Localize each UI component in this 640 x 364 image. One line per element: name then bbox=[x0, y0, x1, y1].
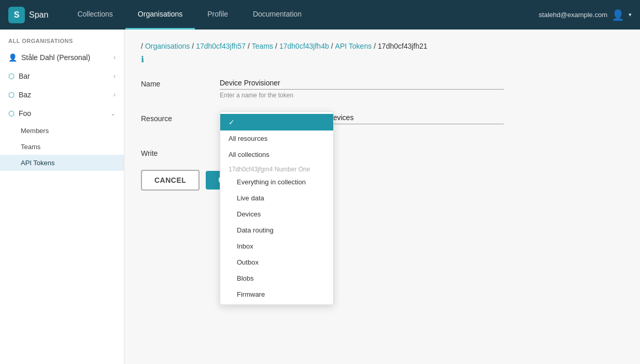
dropdown-all-collections-label: All collections bbox=[229, 151, 269, 158]
breadcrumb-teams[interactable]: Teams bbox=[252, 42, 273, 50]
breadcrumb-org-id[interactable]: 17dh0cf43jfh57 bbox=[196, 42, 246, 50]
dropdown-item-blobs[interactable]: Blobs bbox=[220, 270, 333, 286]
dropdown-item-outbox[interactable]: Outbox bbox=[220, 254, 333, 270]
org-baz-icon: ⬡ bbox=[8, 91, 15, 99]
logo-area[interactable]: S Span bbox=[8, 7, 48, 23]
info-icon[interactable]: ℹ bbox=[141, 54, 623, 64]
dropdown-inbox-label: Inbox bbox=[237, 242, 253, 250]
name-row: Name Enter a name for the token bbox=[141, 77, 504, 99]
resource-field: Enter path for resource ✓ All resources … bbox=[220, 111, 504, 134]
dropdown-item-devices[interactable]: Devices bbox=[220, 206, 333, 222]
chevron-right-icon-baz: › bbox=[113, 91, 116, 98]
breadcrumb-sep-3: / bbox=[275, 42, 277, 50]
sidebar-org-personal[interactable]: 👤 Ståle Dahl (Personal) › bbox=[0, 48, 124, 67]
resource-label: Resource bbox=[141, 111, 203, 123]
nav-collections[interactable]: Collections bbox=[65, 0, 125, 30]
nav-links: Collections Organisations Profile Docume… bbox=[65, 0, 538, 30]
dropdown-group-label-text: 17dh0cf43jfgm4 Number One bbox=[229, 166, 310, 173]
name-hint: Enter a name for the token bbox=[220, 92, 504, 99]
write-label: Write bbox=[141, 146, 203, 157]
user-email: stalehd@example.com bbox=[539, 11, 607, 19]
resource-row: Resource Enter path for resource ✓ All r… bbox=[141, 111, 504, 134]
breadcrumb-sep-4: / bbox=[331, 42, 333, 50]
name-label: Name bbox=[141, 77, 203, 88]
sidebar-item-members[interactable]: Members bbox=[0, 123, 124, 139]
sidebar-section-title: All Organisations bbox=[0, 30, 124, 48]
dropdown-devices-label: Devices bbox=[237, 210, 261, 218]
breadcrumb: / Organisations / 17dh0cf43jfh57 / Teams… bbox=[141, 42, 623, 50]
dropdown-item-live-data[interactable]: Live data bbox=[220, 190, 333, 206]
breadcrumb-team-id[interactable]: 17dh0cf43jfh4b bbox=[279, 42, 329, 50]
dropdown-item-everything-in-collection[interactable]: Everything in collection bbox=[220, 174, 333, 190]
dropdown-firmware-label: Firmware bbox=[237, 290, 265, 298]
dropdown-item-all-collections[interactable]: All collections bbox=[220, 147, 333, 163]
chevron-down-icon-foo: ⌄ bbox=[110, 110, 116, 117]
dropdown-live-data-label: Live data bbox=[237, 194, 264, 202]
sidebar-org-baz[interactable]: ⬡ Baz › bbox=[0, 85, 124, 104]
sidebar-org-baz-label: Baz bbox=[19, 91, 31, 99]
dropdown-item-data-routing[interactable]: Data routing bbox=[220, 222, 333, 238]
breadcrumb-sep-1: / bbox=[192, 42, 194, 50]
app-logo-icon: S bbox=[8, 7, 25, 23]
breadcrumb-token-id: 17dh0cf43jfh21 bbox=[378, 42, 428, 50]
nav-documentation[interactable]: Documentation bbox=[240, 0, 314, 30]
dropdown-item-blank[interactable]: ✓ bbox=[220, 114, 333, 130]
name-input[interactable] bbox=[220, 77, 504, 90]
dropdown-everything-label: Everything in collection bbox=[237, 178, 306, 186]
sidebar-org-foo[interactable]: ⬡ Foo ⌄ bbox=[0, 104, 124, 123]
chevron-right-icon-bar: › bbox=[113, 72, 116, 80]
chevron-right-icon: › bbox=[113, 54, 116, 61]
app-name: Span bbox=[29, 10, 48, 20]
name-field: Enter a name for the token bbox=[220, 77, 504, 99]
nav-profile[interactable]: Profile bbox=[195, 0, 240, 30]
check-icon: ✓ bbox=[229, 118, 235, 126]
breadcrumb-sep-0: / bbox=[141, 42, 143, 50]
sidebar: All Organisations 👤 Ståle Dahl (Personal… bbox=[0, 30, 124, 364]
main-content: / Organisations / 17dh0cf43jfh57 / Teams… bbox=[124, 30, 640, 364]
breadcrumb-sep-5: / bbox=[374, 42, 376, 50]
dropdown-item-inbox[interactable]: Inbox bbox=[220, 238, 333, 254]
sidebar-org-bar-label: Bar bbox=[19, 72, 30, 80]
main-layout: All Organisations 👤 Ståle Dahl (Personal… bbox=[0, 30, 640, 364]
nav-organisations[interactable]: Organisations bbox=[125, 0, 195, 30]
form-area: Name Enter a name for the token Resource… bbox=[141, 77, 504, 191]
sidebar-org-foo-label: Foo bbox=[19, 109, 31, 118]
sidebar-item-api-tokens[interactable]: API Tokens bbox=[0, 155, 124, 171]
person-icon: 👤 bbox=[8, 53, 17, 62]
sidebar-item-teams[interactable]: Teams bbox=[0, 139, 124, 155]
dropdown-item-all-resources[interactable]: All resources bbox=[220, 130, 333, 147]
breadcrumb-api-tokens[interactable]: API Tokens bbox=[335, 42, 372, 50]
user-area: stalehd@example.com 👤 ▾ bbox=[539, 9, 632, 21]
resource-dropdown: ✓ All resources All collections 17dh0cf4… bbox=[220, 111, 334, 305]
dropdown-item-firmware[interactable]: Firmware bbox=[220, 286, 333, 302]
breadcrumb-sep-2: / bbox=[248, 42, 250, 50]
dropdown-outbox-label: Outbox bbox=[237, 258, 259, 266]
org-foo-icon: ⬡ bbox=[8, 109, 15, 118]
user-avatar-icon[interactable]: 👤 bbox=[611, 9, 624, 21]
top-nav: S Span Collections Organisations Profile… bbox=[0, 0, 640, 30]
user-menu-chevron-icon[interactable]: ▾ bbox=[629, 11, 632, 18]
dropdown-blobs-label: Blobs bbox=[237, 274, 254, 282]
org-bar-icon: ⬡ bbox=[8, 72, 15, 80]
breadcrumb-organisations[interactable]: Organisations bbox=[145, 42, 190, 50]
sidebar-org-personal-label: Ståle Dahl (Personal) bbox=[21, 53, 90, 62]
sidebar-org-bar[interactable]: ⬡ Bar › bbox=[0, 67, 124, 85]
cancel-button[interactable]: CANCEL bbox=[141, 170, 200, 191]
dropdown-data-routing-label: Data routing bbox=[237, 226, 274, 234]
dropdown-all-resources-label: All resources bbox=[229, 135, 267, 142]
dropdown-group-label: 17dh0cf43jfgm4 Number One bbox=[220, 163, 333, 174]
